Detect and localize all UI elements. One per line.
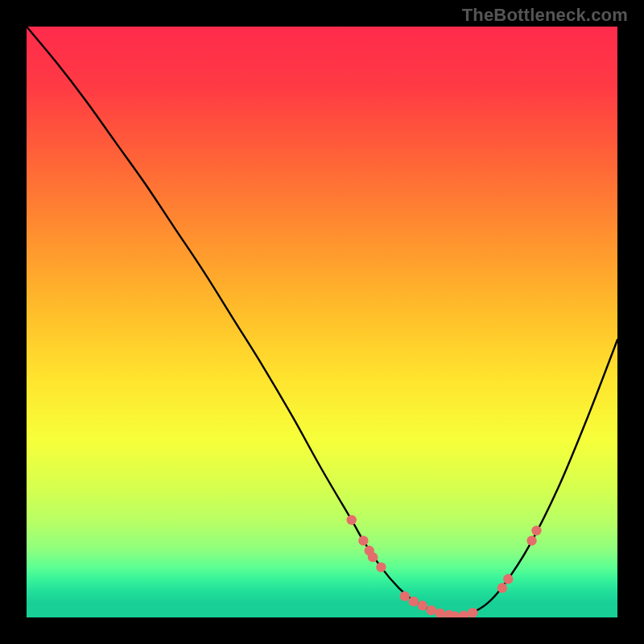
bottleneck-curve (27, 27, 617, 617)
curve-marker (427, 605, 436, 615)
curve-marker (526, 535, 536, 545)
curve-marker (368, 552, 378, 562)
curve-marker (358, 535, 368, 545)
plot-area (27, 27, 617, 617)
curve-marker (400, 591, 410, 601)
curve-marker (497, 583, 507, 592)
curve-marker (376, 562, 386, 572)
curve-marker (531, 526, 541, 535)
curve-marker (347, 515, 357, 525)
curve-marker (503, 574, 513, 584)
chart-stage: TheBottleneck.com (0, 0, 644, 644)
curve-marker (468, 608, 477, 617)
curve-marker (459, 611, 469, 617)
curve-marker (436, 609, 445, 617)
curve-marker (418, 601, 427, 610)
watermark-text: TheBottleneck.com (462, 5, 628, 26)
curve-layer (27, 27, 617, 617)
curve-markers (347, 515, 542, 617)
curve-marker (409, 597, 419, 606)
